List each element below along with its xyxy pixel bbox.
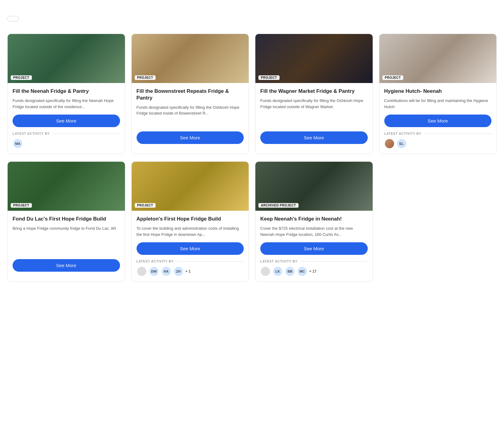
project-card-appleton-build: PROJECTAppleton's First Hope Fridge Buil… <box>131 161 249 282</box>
latest-activity-label: LATEST ACTIVITY BY <box>13 132 120 135</box>
see-more-button[interactable]: See More <box>13 115 120 127</box>
card-description: Funds designated specifically for fillin… <box>260 98 368 126</box>
avatar-extra-count: + 1 <box>186 269 191 274</box>
activity-avatars: DWHAZH+ 1 <box>137 266 244 277</box>
card-image: PROJECT <box>379 34 497 83</box>
see-more-button[interactable]: See More <box>260 242 368 255</box>
card-badge: PROJECT <box>11 75 32 80</box>
card-description: Funds designated specifically for fillin… <box>137 104 244 127</box>
avatar: HA <box>161 266 171 277</box>
project-card-hygiene-hutch: PROJECTHygiene Hutch- NeenahContribution… <box>379 34 497 154</box>
card-title: Keep Neenah's Fridge in Neenah! <box>260 216 368 222</box>
avatar <box>260 266 271 277</box>
avatar: DW <box>149 266 159 277</box>
latest-activity-label: LATEST ACTIVITY BY <box>384 132 492 135</box>
card-image: PROJECT <box>8 162 125 211</box>
project-card-wagner-fridge: PROJECTFill the Wagner Market Fridge & P… <box>255 34 373 154</box>
see-more-button[interactable]: See More <box>260 131 368 144</box>
project-card-bowen-fridge: PROJECTFill the Bowenstreet Repeats Frid… <box>131 34 249 154</box>
project-card-neenah-fridge: PROJECTFill the Neenah Fridge & PantryFu… <box>7 34 125 154</box>
avatar: MC <box>297 266 307 277</box>
card-badge: PROJECT <box>258 75 280 80</box>
card-title: Fill the Neenah Fridge & Pantry <box>13 88 120 95</box>
avatar: MA <box>13 138 23 149</box>
latest-activity-label: LATEST ACTIVITY BY <box>260 260 368 263</box>
card-image: PROJECT <box>132 34 249 83</box>
card-badge: ARCHIVED PROJECT <box>258 203 299 208</box>
card-image: PROJECT <box>132 162 249 211</box>
card-badge: PROJECT <box>135 203 156 208</box>
avatar: ZH <box>173 266 184 277</box>
latest-activity: LATEST ACTIVITY BYDWHAZH+ 1 <box>137 260 244 277</box>
projects-row-2: PROJECTFond Du Lac's First Hope Fridge B… <box>7 161 497 282</box>
card-badge: PROJECT <box>11 203 32 208</box>
card-description: Contributions will be for filling and ma… <box>384 98 492 110</box>
card-title: Appleton's First Hope Fridge Build <box>137 216 244 222</box>
see-more-button[interactable]: See More <box>13 259 120 272</box>
card-title: Fill the Wagner Market Fridge & Pantry <box>260 88 368 95</box>
avatar: EL <box>397 138 407 149</box>
back-button[interactable] <box>7 16 19 21</box>
activity-avatars: LKBBMC+ 17 <box>260 266 368 277</box>
latest-activity: LATEST ACTIVITY BYEL <box>384 132 492 149</box>
card-title: Fond Du Lac's First Hope Fridge Build <box>13 216 120 222</box>
latest-activity: LATEST ACTIVITY BYLKBBMC+ 17 <box>260 260 368 277</box>
activity-avatars: MA <box>13 138 120 149</box>
avatar: BB <box>285 266 295 277</box>
card-description: Funds designated specifically for fillin… <box>13 98 120 110</box>
avatar <box>137 266 147 277</box>
project-card-fondulac-build: PROJECTFond Du Lac's First Hope Fridge B… <box>7 161 125 282</box>
see-more-button[interactable]: See More <box>384 115 492 127</box>
project-card-neenah-keep: ARCHIVED PROJECTKeep Neenah's Fridge in … <box>255 161 373 282</box>
avatar: LK <box>273 266 283 277</box>
card-badge: PROJECT <box>382 75 404 80</box>
card-image: PROJECT <box>255 34 373 83</box>
card-description: Bring a Hope Fridge community fridge to … <box>13 225 120 254</box>
card-image: PROJECT <box>8 34 125 83</box>
activity-avatars: EL <box>384 138 492 149</box>
card-badge: PROJECT <box>135 75 156 80</box>
avatar-extra-count: + 17 <box>309 269 317 274</box>
latest-activity-label: LATEST ACTIVITY BY <box>137 260 244 263</box>
avatar <box>384 138 395 149</box>
card-description: Cover the $725 electrical installation c… <box>260 225 368 237</box>
card-title: Hygiene Hutch- Neenah <box>384 88 492 95</box>
card-title: Fill the Bowenstreet Repeats Fridge & Pa… <box>137 88 244 101</box>
card-description: To cover the building and administration… <box>137 225 244 237</box>
card-image: ARCHIVED PROJECT <box>255 162 373 211</box>
projects-row-1: PROJECTFill the Neenah Fridge & PantryFu… <box>7 34 497 154</box>
see-more-button[interactable]: See More <box>137 242 244 255</box>
see-more-button[interactable]: See More <box>137 131 244 144</box>
latest-activity: LATEST ACTIVITY BYMA <box>13 132 120 149</box>
